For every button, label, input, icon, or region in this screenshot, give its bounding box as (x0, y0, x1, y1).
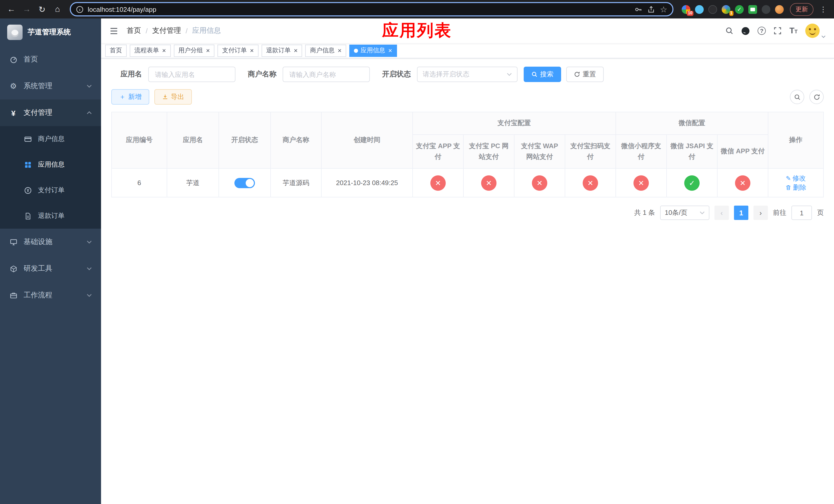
app-logo (7, 25, 23, 40)
sub-header: 微信 JSAPI 支付 (666, 135, 717, 168)
sidebar-item-workflow[interactable]: 工作流程 (0, 282, 101, 308)
close-icon[interactable]: × (294, 47, 298, 54)
goto-label: 前往 (773, 208, 786, 217)
address-bar[interactable]: localhost:1024/pay/app ☆ (70, 2, 674, 17)
sidebar-item-system[interactable]: ⚙ 系统管理 (0, 73, 101, 99)
dashboard-icon (9, 55, 18, 63)
toggle-search-button[interactable] (790, 90, 804, 104)
tags-view-bar: 首页 流程表单× 用户分组× 支付订单× 退款订单× 商户信息× 应用信息× (101, 43, 834, 59)
font-size-icon[interactable]: TT (789, 27, 797, 35)
sidebar-label: 支付管理 (24, 108, 52, 117)
sidebar-item-infrastructure[interactable]: 基础设施 (0, 229, 101, 255)
tab-home[interactable]: 首页 (105, 44, 127, 56)
chevron-down-icon (700, 211, 705, 214)
col-header-merchant: 商户名称 (270, 112, 321, 168)
toggle-knob (246, 179, 254, 187)
next-page-button[interactable]: › (753, 206, 768, 220)
export-button[interactable]: 导出 (154, 89, 192, 105)
sidebar-item-merchant-info[interactable]: 商户信息 (0, 126, 101, 152)
extension-icon-chat[interactable] (748, 5, 757, 14)
status-select[interactable]: 请选择开启状态 (417, 67, 518, 82)
status-toggle[interactable] (235, 178, 255, 188)
extension-icon-pin[interactable] (762, 5, 770, 14)
forward-button[interactable]: → (20, 2, 34, 17)
merchant-name-label: 商户名称 (248, 70, 277, 79)
back-button[interactable]: ← (4, 2, 19, 17)
user-avatar[interactable] (805, 24, 826, 38)
extension-icon-check[interactable]: ✓ (735, 5, 744, 14)
profile-avatar[interactable] (775, 5, 784, 14)
browser-menu-icon[interactable]: ⋮ (816, 5, 830, 13)
sub-header: 支付宝扫码支付 (565, 135, 616, 168)
cell-created: 2021-10-23 08:49:25 (321, 168, 413, 197)
refresh-table-button[interactable] (809, 90, 824, 104)
help-icon[interactable]: ? (758, 27, 766, 35)
sub-header: 微信小程序支付 (616, 135, 666, 168)
tab-user-group[interactable]: 用户分组× (174, 44, 214, 56)
site-info-icon[interactable] (76, 5, 84, 13)
refresh-icon (574, 71, 580, 77)
tab-flow-form[interactable]: 流程表单× (130, 44, 171, 56)
sidebar-item-dev-tools[interactable]: 研发工具 (0, 255, 101, 282)
close-icon[interactable]: × (338, 47, 342, 54)
share-icon[interactable] (647, 5, 655, 13)
close-icon[interactable]: × (250, 47, 254, 54)
add-button[interactable]: ＋ 新增 (111, 89, 149, 105)
tab-refund-order[interactable]: 退款订单× (262, 44, 302, 56)
sidebar-toggle-icon[interactable] (109, 27, 118, 35)
reload-button[interactable]: ↻ (35, 2, 49, 17)
active-dot (354, 48, 358, 52)
key-icon[interactable] (634, 5, 642, 13)
table-toolbar: ＋ 新增 导出 (111, 89, 824, 105)
screen: ← → ↻ ⌂ localhost:1024/pay/app ☆ 10 1 ✓ (0, 0, 834, 504)
github-icon[interactable] (741, 26, 750, 35)
fullscreen-icon[interactable] (773, 27, 782, 35)
pagination: 共 1 条 10条/页 ‹ 1 › 前往 页 (111, 206, 824, 220)
sidebar-label: 退款订单 (38, 211, 65, 221)
briefcase-icon (9, 292, 18, 299)
tab-pay-order[interactable]: 支付订单× (218, 44, 258, 56)
delete-link[interactable]: 删除 (785, 183, 806, 192)
search-icon (531, 71, 537, 77)
goto-page-input[interactable] (791, 206, 812, 220)
page-title: 应用列表 (382, 20, 452, 42)
extension-icon-dark[interactable] (708, 5, 717, 14)
sidebar-item-app-info[interactable]: 应用信息 (0, 152, 101, 177)
prev-page-button[interactable]: ‹ (715, 206, 729, 220)
page-size-select[interactable]: 10条/页 (660, 206, 709, 220)
extension-icon-color[interactable]: 1 (722, 5, 730, 14)
extension-icon-grid[interactable]: 10 (682, 5, 690, 14)
sidebar-item-home[interactable]: 首页 (0, 46, 101, 73)
close-icon[interactable]: × (206, 47, 210, 54)
search-icon[interactable] (725, 27, 733, 35)
home-button[interactable]: ⌂ (50, 2, 65, 17)
download-icon (162, 94, 168, 100)
sidebar-item-pay-order[interactable]: 支付订单 (0, 177, 101, 203)
sidebar-item-refund-order[interactable]: 退款订单 (0, 203, 101, 229)
search-button[interactable]: 搜索 (524, 67, 561, 82)
monitor-icon (9, 238, 18, 246)
alipay-app-status-icon (430, 175, 446, 190)
breadcrumb-home[interactable]: 首页 (127, 26, 141, 36)
merchant-name-input[interactable] (283, 67, 370, 82)
close-icon[interactable]: × (162, 47, 166, 54)
browser-chrome: ← → ↻ ⌂ localhost:1024/pay/app ☆ 10 1 ✓ (0, 0, 834, 19)
tab-app-info[interactable]: 应用信息× (349, 44, 397, 56)
page-number-1[interactable]: 1 (734, 206, 748, 220)
breadcrumb-payment[interactable]: 支付管理 (152, 26, 181, 36)
tab-label: 流程表单 (134, 46, 159, 55)
reset-button[interactable]: 重置 (566, 67, 604, 82)
tab-merchant-info[interactable]: 商户信息× (305, 44, 346, 56)
chrome-update-button[interactable]: 更新 (790, 3, 813, 16)
app-name-input[interactable] (148, 67, 236, 82)
alipay-wap-status-icon (532, 175, 547, 190)
close-icon[interactable]: × (388, 47, 392, 54)
edit-link[interactable]: ✎修改 (786, 174, 806, 183)
breadcrumb: 首页 / 支付管理 / 应用信息 (127, 26, 221, 36)
bookmark-star-icon[interactable]: ☆ (660, 4, 667, 14)
extension-icon-gem[interactable] (695, 5, 704, 14)
sidebar-item-payment[interactable]: ¥ 支付管理 (0, 99, 101, 126)
document-icon (24, 212, 32, 220)
app-logo-row[interactable]: 芋道管理系统 (0, 19, 101, 46)
url-text[interactable]: localhost:1024/pay/app (88, 5, 156, 13)
